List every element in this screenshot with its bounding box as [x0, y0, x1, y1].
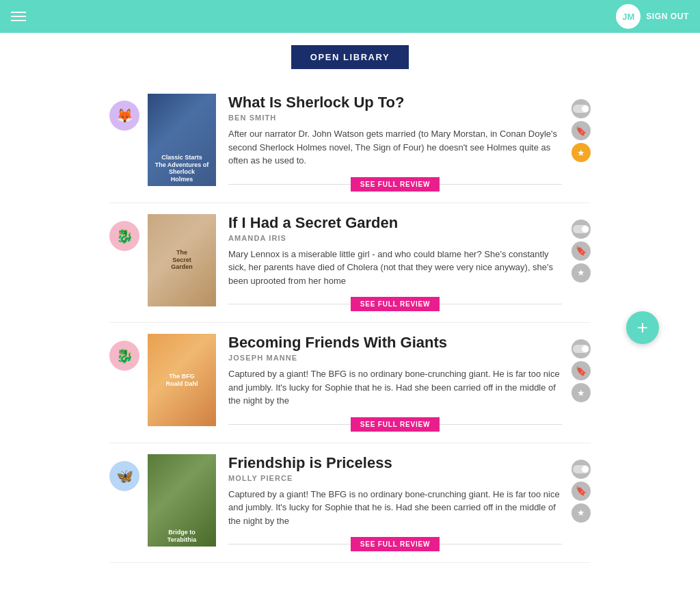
- see-full-review-wrapper-0: SEE FULL REVIEW: [228, 177, 562, 192]
- review-line-left-1: [228, 304, 351, 304]
- cover-label-2: The BFGRoald Dahl: [165, 373, 198, 388]
- book-item: 🐉 The BFGRoald Dahl Becoming Friends Wit…: [109, 323, 591, 443]
- header-right: JM SIGN OUT: [616, 4, 689, 29]
- open-library-button[interactable]: OPEN LIBRARY: [291, 45, 409, 69]
- review-line-right-1: [440, 304, 562, 304]
- book-description-0: After our narrator Dr. John Watson gets …: [228, 127, 562, 168]
- book-info-1: If I Had a Secret Garden AMANDA IRIS Mar…: [228, 214, 562, 312]
- book-cover-1: TheSecretGarden: [148, 214, 216, 306]
- bookmark-icon-1[interactable]: 🔖: [571, 241, 591, 261]
- book-actions-0: 🔖 ★: [571, 99, 591, 162]
- toggle-icon-2[interactable]: [571, 339, 591, 358]
- sign-out-button[interactable]: SIGN OUT: [646, 12, 689, 21]
- review-line-right-3: [440, 544, 562, 544]
- see-full-review-wrapper-3: SEE FULL REVIEW: [228, 537, 562, 551]
- avatar: JM: [616, 4, 641, 29]
- book-title-2: Becoming Friends With Giants: [228, 334, 562, 352]
- book-actions-3: 🔖 ★: [571, 460, 591, 523]
- see-full-review-button-2[interactable]: SEE FULL REVIEW: [351, 417, 440, 432]
- review-line-left-2: [228, 424, 351, 425]
- see-full-review-button-3[interactable]: SEE FULL REVIEW: [351, 537, 440, 551]
- book-cover-2: The BFGRoald Dahl: [148, 334, 216, 426]
- book-description-2: Captured by a giant! The BFG is no ordin…: [228, 367, 562, 408]
- book-title-1: If I Had a Secret Garden: [228, 214, 562, 232]
- book-author-1: AMANDA IRIS: [228, 234, 562, 242]
- book-title-0: What Is Sherlock Up To?: [228, 94, 562, 111]
- book-info-2: Becoming Friends With Giants JOSEPH MANN…: [228, 334, 562, 432]
- star-icon-1[interactable]: ★: [571, 263, 591, 283]
- user-avatar-3: 🦋: [109, 461, 139, 491]
- toggle-icon-0[interactable]: [571, 99, 591, 118]
- bookmark-icon-3[interactable]: 🔖: [571, 482, 591, 501]
- book-item: 🦊 Classic StartsThe Adventures ofSherloc…: [109, 83, 591, 203]
- book-info-3: Friendship is Priceless MOLLY PIERCE Cap…: [228, 454, 562, 552]
- book-list: 🦊 Classic StartsThe Adventures ofSherloc…: [0, 76, 700, 577]
- user-avatar-1: 🐉: [109, 221, 139, 251]
- cover-label-1: TheSecretGarden: [171, 249, 193, 271]
- see-full-review-button-1[interactable]: SEE FULL REVIEW: [351, 297, 440, 311]
- header: JM SIGN OUT: [0, 0, 700, 33]
- book-item: 🐉 TheSecretGarden If I Had a Secret Gard…: [109, 203, 591, 324]
- bookmark-icon-2[interactable]: 🔖: [571, 361, 591, 380]
- review-line-right-0: [440, 184, 562, 185]
- star-icon-0[interactable]: ★: [571, 143, 591, 162]
- book-info-0: What Is Sherlock Up To? BEN SMITH After …: [228, 94, 562, 192]
- review-line-right-2: [440, 424, 562, 425]
- user-avatar-2: 🐉: [109, 341, 139, 371]
- see-full-review-wrapper-1: SEE FULL REVIEW: [228, 297, 562, 311]
- menu-button[interactable]: [11, 12, 26, 21]
- toggle-icon-3[interactable]: [571, 460, 591, 479]
- open-library-wrapper: OPEN LIBRARY: [0, 33, 700, 76]
- book-author-3: MOLLY PIERCE: [228, 474, 562, 482]
- see-full-review-button-0[interactable]: SEE FULL REVIEW: [351, 177, 440, 192]
- book-cover-3: Bridge toTerabithia: [148, 454, 216, 547]
- book-author-0: BEN SMITH: [228, 114, 562, 122]
- see-full-review-wrapper-2: SEE FULL REVIEW: [228, 417, 562, 432]
- add-button[interactable]: +: [626, 311, 659, 344]
- cover-label-3: Bridge toTerabithia: [167, 529, 196, 544]
- book-description-1: Mary Lennox is a miserable little girl -…: [228, 248, 562, 288]
- star-icon-3[interactable]: ★: [571, 503, 591, 523]
- star-icon-2[interactable]: ★: [571, 383, 591, 402]
- book-actions-2: 🔖 ★: [571, 339, 591, 402]
- book-title-3: Friendship is Priceless: [228, 454, 562, 472]
- user-avatar-0: 🦊: [109, 101, 139, 131]
- book-description-3: Captured by a giant! The BFG is no ordin…: [228, 488, 562, 528]
- book-author-2: JOSEPH MANNE: [228, 354, 562, 362]
- book-actions-1: 🔖 ★: [571, 220, 591, 283]
- book-cover-0: Classic StartsThe Adventures ofSherlockH…: [148, 94, 216, 186]
- book-item: 🦋 Bridge toTerabithia Friendship is Pric…: [109, 443, 591, 564]
- review-line-left-0: [228, 184, 351, 185]
- cover-label-0: Classic StartsThe Adventures ofSherlockH…: [155, 154, 209, 183]
- review-line-left-3: [228, 544, 351, 544]
- toggle-icon-1[interactable]: [571, 220, 591, 239]
- bookmark-icon-0[interactable]: 🔖: [571, 121, 591, 140]
